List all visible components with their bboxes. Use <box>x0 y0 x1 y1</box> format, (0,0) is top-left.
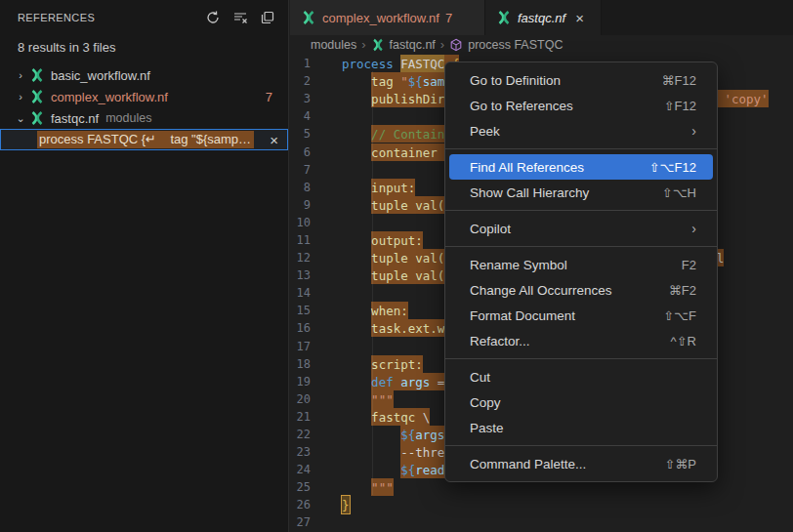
line-content: when: <box>342 304 408 318</box>
code-token <box>342 179 371 196</box>
menu-item-shortcut: F2 <box>682 258 696 272</box>
code-token <box>342 125 371 143</box>
menu-item-go-to-definition[interactable]: Go to Definition⌘F12 <box>449 67 713 93</box>
breadcrumb-file[interactable]: fastqc.nf <box>390 38 436 52</box>
line-number: 23 <box>290 445 311 459</box>
code-line[interactable]: 26} <box>290 496 793 513</box>
code-token <box>342 390 371 408</box>
nextflow-file-icon <box>301 10 316 25</box>
menu-item-change-all-occurrences[interactable]: Change All Occurrences⌘F2 <box>449 277 713 303</box>
menu-item-shortcut: ⇧⌥H <box>662 185 696 200</box>
menu-item-label: Refactor... <box>470 334 671 348</box>
menu-item-show-call-hierarchy[interactable]: Show Call Hierarchy⇧⌥H <box>449 180 713 205</box>
line-number: 1 <box>290 57 311 70</box>
code-token <box>342 355 371 373</box>
file-folder-desc: modules <box>105 111 151 125</box>
clear-results-icon[interactable] <box>230 7 251 28</box>
file-name: fastqc.nf <box>51 111 99 126</box>
code-token: FASTQC <box>400 55 444 72</box>
results-summary: 8 results in 3 files <box>0 34 288 62</box>
menu-item-rename-symbol[interactable]: Rename SymbolF2 <box>449 252 713 277</box>
tree-item-basic-workflow[interactable]: › basic_workflow.nf <box>0 64 288 86</box>
code-token: ${ <box>408 72 423 90</box>
menu-item-label: Command Palette... <box>470 457 664 471</box>
tab-label: complex_workflow.nf <box>322 11 439 25</box>
menu-item-paste[interactable]: Paste <box>449 415 713 440</box>
indent-guide <box>372 71 373 495</box>
line-number: 3 <box>290 92 311 105</box>
panel-actions <box>202 7 278 28</box>
breadcrumb-folder[interactable]: modules <box>311 38 356 52</box>
chevron-right-icon[interactable]: › <box>12 91 29 102</box>
code-token: def <box>371 373 400 390</box>
chevron-down-icon[interactable]: ⌄ <box>12 112 29 125</box>
code-token: publishDir <box>371 90 452 107</box>
menu-item-label: Paste <box>470 421 696 435</box>
breadcrumb-symbol[interactable]: process FASTQC <box>468 38 563 52</box>
menu-item-copilot[interactable]: Copilot› <box>449 216 713 241</box>
line-content: process FASTQC { <box>342 57 459 71</box>
menu-item-shortcut: ⇧⌥F <box>663 308 696 323</box>
panel-title: REFERENCES <box>18 12 202 23</box>
line-number: 14 <box>290 286 311 300</box>
context-menu: Go to Definition⌘F12Go to References⇧F12… <box>444 61 718 482</box>
line-number: 8 <box>290 181 311 194</box>
code-token: 'copy' <box>724 90 768 107</box>
menu-item-find-all-references[interactable]: Find All References⇧⌥F12 <box>449 154 713 180</box>
menu-item-format-document[interactable]: Format Document⇧⌥F <box>449 303 713 328</box>
line-content: input: <box>342 180 415 194</box>
line-number: 10 <box>290 216 311 229</box>
menu-item-command-palette[interactable]: Command Palette...⇧⌘P <box>449 451 713 476</box>
tab-bar: complex_workflow.nf 7 fastqc.nf × <box>290 0 793 35</box>
line-content: } <box>342 498 350 512</box>
line-number: 6 <box>290 145 311 159</box>
code-token <box>342 231 371 249</box>
line-number: 16 <box>290 321 311 335</box>
line-number: 24 <box>290 463 311 476</box>
file-name: complex_workflow.nf <box>51 90 168 104</box>
symbol-icon <box>449 38 463 52</box>
menu-item-label: Cut <box>470 370 696 385</box>
line-number: 12 <box>290 251 311 265</box>
code-token <box>342 143 371 161</box>
result-count-badge: 7 <box>266 90 272 104</box>
line-number: 4 <box>290 109 311 123</box>
line-content: """ <box>342 480 394 495</box>
tree-item-fastqc[interactable]: ⌄ fastqc.nf modules <box>0 107 288 129</box>
menu-item-label: Show Call Hierarchy <box>470 185 662 200</box>
dismiss-result-icon[interactable]: × <box>270 133 278 147</box>
code-token: script: <box>371 355 423 373</box>
menu-item-label: Format Document <box>470 308 663 323</box>
breadcrumb-separator: › <box>361 37 365 52</box>
line-number: 2 <box>290 74 311 88</box>
chevron-right-icon[interactable]: › <box>12 69 29 81</box>
tab-complex-workflow[interactable]: complex_workflow.nf 7 <box>290 0 485 35</box>
line-number: 20 <box>290 392 311 406</box>
line-content: ${reads} <box>342 463 459 477</box>
menu-item-label: Copilot <box>470 222 691 236</box>
menu-item-refactor[interactable]: Refactor...^⇧R <box>449 328 713 353</box>
menu-item-shortcut: ⇧⌥F12 <box>649 160 696 175</box>
code-line[interactable]: 27 <box>290 513 793 531</box>
line-number: 9 <box>290 198 311 212</box>
code-token <box>342 90 371 107</box>
tab-fastqc[interactable]: fastqc.nf × <box>485 0 602 35</box>
refresh-icon[interactable] <box>202 7 224 28</box>
close-icon[interactable]: × <box>575 11 584 25</box>
code-token <box>342 478 371 496</box>
references-panel-header: REFERENCES <box>0 0 288 34</box>
menu-item-peek[interactable]: Peek› <box>449 118 713 143</box>
collapse-all-icon[interactable] <box>257 7 278 28</box>
tab-problem-count: 7 <box>445 11 452 25</box>
code-token: input: <box>371 179 415 196</box>
menu-item-copy[interactable]: Copy <box>449 389 713 415</box>
file-name: basic_workflow.nf <box>51 68 150 83</box>
menu-item-go-to-references[interactable]: Go to References⇧F12 <box>449 93 713 118</box>
reference-result-item[interactable]: process FASTQC {↵ tag "${samp… × <box>0 129 288 150</box>
line-number: 26 <box>290 498 311 512</box>
tree-item-complex-workflow[interactable]: › complex_workflow.nf 7 <box>0 86 288 107</box>
submenu-arrow-icon: › <box>691 221 696 236</box>
code-token <box>342 249 371 266</box>
code-token: when: <box>371 302 408 319</box>
menu-item-cut[interactable]: Cut <box>449 364 713 389</box>
